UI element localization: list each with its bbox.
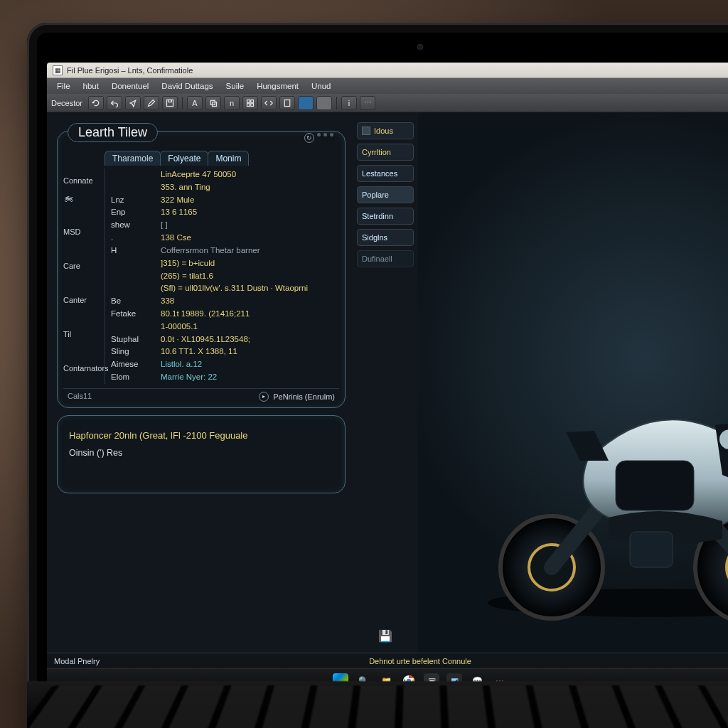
property-row: (265) = tilat1.6 bbox=[111, 270, 339, 283]
menu-hungsment[interactable]: Hungsment bbox=[251, 80, 304, 92]
property-row: AimeseListlol. a.12 bbox=[111, 358, 339, 371]
properties-grid: Connate 🏍 MSD Care Canter Til Contarnato bbox=[63, 168, 339, 384]
property-row: Sling10.6 TT1. X 1388, 11 bbox=[111, 346, 339, 358]
font-icon[interactable]: A bbox=[187, 96, 203, 110]
prop-key bbox=[111, 321, 156, 333]
save-disk-icon[interactable]: 💾 bbox=[357, 629, 414, 643]
property-row: Stuphal0.0t · XL10945.1L23548; bbox=[111, 333, 339, 346]
refresh-icon[interactable] bbox=[88, 96, 104, 110]
properties-panel: Learth Tilew ↻ Tharamole Folyeate Monim bbox=[57, 131, 346, 408]
viewer-pane[interactable] bbox=[418, 112, 728, 653]
svg-rect-4 bbox=[247, 100, 250, 102]
camera-dot bbox=[417, 44, 423, 50]
prop-value: Listlol. a.12 bbox=[161, 358, 202, 371]
property-row: Be338 bbox=[111, 295, 339, 308]
info-icon[interactable]: i bbox=[341, 96, 357, 110]
status-left: Modal Pnelry bbox=[54, 657, 100, 665]
menu-david[interactable]: David Duttags bbox=[156, 80, 218, 92]
prop-value: 353. ann Ting bbox=[161, 181, 210, 194]
tab-folyeate[interactable]: Folyeate bbox=[160, 151, 208, 166]
cat-connate: Connate bbox=[63, 173, 105, 188]
toolbar: Decestor A n i ⋯ bbox=[47, 94, 728, 112]
save-icon[interactable] bbox=[162, 96, 178, 110]
tab-monim[interactable]: Monim bbox=[208, 151, 249, 166]
prop-key: Lnz bbox=[111, 194, 156, 207]
svg-rect-2 bbox=[210, 100, 215, 105]
panel-title: Learth Tilew bbox=[68, 123, 158, 142]
menu-donentuel[interactable]: Donentuel bbox=[106, 80, 154, 92]
action-label: Stetrdinn bbox=[362, 212, 393, 220]
undo-icon[interactable] bbox=[107, 96, 122, 110]
property-row: 353. ann Ting bbox=[111, 181, 339, 194]
bold-icon[interactable]: n bbox=[224, 96, 240, 110]
menu-unud[interactable]: Unud bbox=[306, 80, 337, 92]
cat-care: Care bbox=[63, 258, 105, 274]
prop-key bbox=[111, 270, 156, 283]
cat-msd: MSD bbox=[63, 224, 105, 240]
prop-value: ]315) = b+iculd bbox=[161, 257, 215, 270]
cat-til: Til bbox=[63, 326, 105, 342]
play-circle-icon: ▸ bbox=[259, 392, 269, 402]
menu-suile[interactable]: Suile bbox=[220, 80, 250, 92]
action-label: Idous bbox=[374, 127, 393, 135]
grid-icon[interactable] bbox=[242, 96, 258, 110]
prop-value: 338 bbox=[161, 295, 174, 308]
copy-icon[interactable] bbox=[205, 96, 221, 110]
property-row: ]315) = b+iculd bbox=[111, 257, 339, 270]
prop-key: Sling bbox=[111, 346, 156, 358]
tabs: Tharamole Folyeate Monim bbox=[105, 151, 339, 166]
prop-key: H bbox=[111, 245, 156, 257]
panel-dot-icon bbox=[323, 133, 327, 136]
app-icon: ▦ bbox=[53, 65, 63, 75]
prop-key bbox=[111, 168, 156, 181]
output-message-1: Hapfoncer 20nln (Great, lFl -2100 Feguua… bbox=[69, 430, 333, 441]
action-poplare[interactable]: Poplare bbox=[357, 186, 414, 203]
doc-icon[interactable] bbox=[279, 96, 295, 110]
property-row: Lnz322 Mule bbox=[111, 194, 339, 207]
motorcycle-render bbox=[466, 354, 728, 624]
cat-blank bbox=[63, 343, 105, 359]
action-stetrdinn[interactable]: Stetrdinn bbox=[357, 208, 414, 225]
statusbar: Modal Pnelry Dehnot urte befelent Connul… bbox=[47, 653, 728, 668]
edit-icon[interactable] bbox=[144, 96, 159, 110]
tab-tharamole[interactable]: Tharamole bbox=[105, 151, 161, 166]
prop-key bbox=[111, 257, 156, 270]
cat-blank bbox=[63, 241, 105, 257]
prop-key: Fetake bbox=[111, 308, 156, 321]
action-sidglns[interactable]: Sidglns bbox=[357, 229, 414, 246]
prop-value: 0.0t · XL10945.1L23548; bbox=[161, 333, 250, 346]
footer-run-button[interactable]: ▸ PeNrinis (Enrulm) bbox=[259, 392, 335, 402]
svg-rect-6 bbox=[247, 103, 250, 106]
menu-file[interactable]: File bbox=[51, 80, 76, 92]
share-icon[interactable] bbox=[125, 96, 141, 110]
toolbar-sep2 bbox=[336, 97, 337, 109]
action-cyrrltion[interactable]: Cyrrltion bbox=[357, 144, 414, 161]
category-labels: Connate 🏍 MSD Care Canter Til Contarnato bbox=[63, 168, 105, 384]
prop-value: Marrie Nyer: 22 bbox=[161, 371, 217, 384]
window-title: Fil Plue Erigosi – Lnts, Confirmatiole bbox=[67, 66, 193, 75]
actions-pane: Idous Cyrrltion Lestances Poplare Stetrd… bbox=[353, 112, 418, 653]
property-row: .138 Cse bbox=[111, 232, 339, 245]
property-rows: LinAceprte 47 50050353. ann TingLnz322 M… bbox=[105, 168, 339, 384]
property-row: shew[ ] bbox=[111, 219, 339, 232]
menu-hbut[interactable]: hbut bbox=[77, 80, 105, 92]
panel-dot-icon bbox=[317, 133, 321, 136]
clear-icon[interactable] bbox=[316, 96, 332, 110]
prop-key: Stuphal bbox=[111, 333, 156, 346]
prop-value: (265) = tilat1.6 bbox=[161, 270, 213, 283]
action-idous[interactable]: Idous bbox=[357, 122, 414, 139]
more-icon[interactable]: ⋯ bbox=[360, 96, 375, 110]
cat-canter: Canter bbox=[63, 292, 105, 308]
fill-icon[interactable] bbox=[298, 96, 314, 110]
action-dufinaell[interactable]: Dufinaell bbox=[357, 250, 414, 267]
motorcycle-icon: 🏍 bbox=[63, 190, 105, 205]
code-icon[interactable] bbox=[261, 96, 277, 110]
property-row: Fetake80.1t 19889. (21416;211 bbox=[111, 308, 339, 321]
svg-rect-8 bbox=[284, 100, 290, 106]
menubar: File hbut Donentuel David Duttags Suile … bbox=[47, 78, 728, 94]
panel-action-icon[interactable]: ↻ bbox=[304, 133, 314, 143]
toolbar-label: Decestor bbox=[51, 99, 82, 107]
property-row: HCofferrsrmon Thetar barner bbox=[111, 245, 339, 257]
output-panel: Hapfoncer 20nln (Great, lFl -2100 Feguua… bbox=[57, 415, 346, 493]
action-lestances[interactable]: Lestances bbox=[357, 165, 414, 182]
